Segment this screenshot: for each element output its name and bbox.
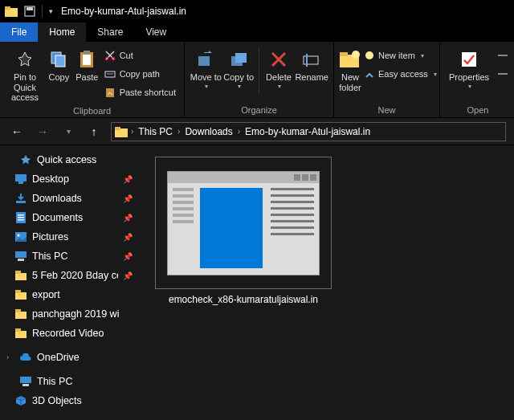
file-name: emocheck_x86-kumaratuljaiswal.in	[169, 294, 318, 305]
sidebar-item-folder[interactable]: 5 Feb 2020 Bday cel📌	[0, 266, 141, 285]
new-item-button[interactable]: New item▾	[361, 47, 440, 64]
expand-icon: ›	[6, 353, 14, 361]
group-label-organize: Organize	[185, 104, 333, 117]
sidebar-thispc[interactable]: This PC	[0, 372, 141, 391]
sidebar-item-downloads[interactable]: Downloads📌	[0, 189, 141, 208]
pin-label: Pin to Quick access	[2, 72, 47, 103]
sidebar-item-desktop[interactable]: Desktop📌	[0, 169, 141, 189]
folder-icon	[14, 288, 27, 301]
recent-dropdown[interactable]: ▾	[59, 123, 77, 141]
svg-rect-24	[115, 127, 120, 130]
group-clipboard: Pin to Quick access Copy Paste Cut	[0, 42, 185, 117]
chevron-right-icon[interactable]: ›	[176, 127, 182, 136]
sidebar-item-folder[interactable]: panchgagh 2019 wi	[0, 304, 141, 324]
ribbon: Pin to Quick access Copy Paste Cut	[0, 42, 514, 118]
chevron-right-icon[interactable]: ›	[236, 127, 242, 136]
svg-rect-22	[462, 52, 476, 67]
tab-home[interactable]: Home	[38, 22, 86, 42]
tab-view[interactable]: View	[134, 22, 177, 42]
copy-path-button[interactable]: Copy path	[101, 65, 179, 83]
sidebar-item-pictures[interactable]: Pictures📌	[0, 227, 141, 247]
crumb-downloads[interactable]: Downloads	[182, 126, 235, 137]
crumb-leaf[interactable]: Emo-by-kumar-Atul-jaiswal.in	[242, 126, 373, 137]
chevron-right-icon[interactable]: ›	[129, 127, 135, 136]
dash-icon	[498, 73, 508, 75]
paste-shortcut-label: Paste shortcut	[120, 88, 176, 97]
sidebar-item-documents[interactable]: Documents📌	[0, 208, 141, 227]
new-folder-button[interactable]: New folder	[339, 45, 361, 94]
svg-rect-30	[18, 217, 24, 218]
pin-icon: 📌	[123, 271, 133, 280]
svg-rect-35	[18, 259, 24, 261]
cut-button[interactable]: Cut	[101, 47, 179, 64]
main-area: Quick access Desktop📌 Downloads📌 Documen…	[0, 145, 514, 420]
copy-icon	[47, 48, 70, 71]
new-folder-icon	[339, 48, 361, 71]
documents-icon	[14, 211, 27, 224]
rename-button[interactable]: Rename	[295, 45, 328, 84]
svg-rect-27	[16, 201, 26, 203]
pictures-icon	[14, 230, 27, 243]
pin-icon: 📌	[123, 252, 133, 261]
svg-rect-15	[235, 53, 247, 63]
svg-rect-17	[306, 54, 308, 67]
sidebar-onedrive[interactable]: › OneDrive	[0, 348, 141, 367]
open-extra-2[interactable]	[495, 65, 511, 83]
properties-icon	[458, 48, 480, 71]
ribbon-tabs: File Home Share View	[0, 22, 514, 42]
svg-point-20	[352, 51, 360, 59]
pin-to-quick-access-button[interactable]: Pin to Quick access	[5, 45, 45, 104]
svg-rect-31	[18, 219, 24, 221]
folder-icon	[115, 126, 128, 137]
qat-customize-icon[interactable]: ▾	[49, 7, 53, 15]
pc-icon	[14, 250, 27, 263]
separator	[42, 5, 43, 18]
folder-icon	[5, 6, 18, 17]
paste-shortcut-button[interactable]: Paste shortcut	[101, 84, 179, 101]
svg-rect-25	[15, 174, 27, 181]
copy-button[interactable]: Copy	[45, 45, 73, 84]
svg-rect-19	[340, 52, 348, 56]
up-button[interactable]: ↑	[85, 123, 103, 141]
save-qat-icon[interactable]	[24, 6, 35, 17]
easy-access-button[interactable]: Easy access▾	[361, 65, 440, 83]
tab-file[interactable]: File	[0, 22, 38, 42]
properties-button[interactable]: Properties▾	[445, 45, 493, 92]
svg-rect-29	[18, 214, 24, 216]
svg-rect-39	[15, 290, 21, 293]
svg-rect-13	[198, 56, 210, 66]
copy-path-label: Copy path	[120, 69, 160, 79]
rename-icon	[300, 48, 323, 71]
svg-rect-38	[15, 292, 27, 300]
svg-rect-44	[20, 377, 31, 383]
paste-button[interactable]: Paste	[73, 45, 101, 84]
cube-icon	[14, 394, 27, 407]
group-organize: Move to▾ Copy to▾ Delete▾ Rename Organiz…	[185, 42, 334, 117]
svg-rect-16	[304, 56, 318, 64]
open-extra-1[interactable]	[495, 47, 511, 64]
sidebar-item-thispc[interactable]: This PC📌	[0, 247, 141, 266]
address-bar[interactable]: › This PC › Downloads › Emo-by-kumar-Atu…	[111, 122, 506, 141]
file-item[interactable]: emocheck_x86-kumaratuljaiswal.in	[155, 157, 332, 305]
svg-rect-37	[15, 271, 21, 274]
paste-label: Paste	[75, 72, 98, 83]
sidebar-item-3dobjects[interactable]: 3D Objects	[0, 391, 141, 410]
paste-icon	[75, 48, 98, 71]
nav-pane: Quick access Desktop📌 Downloads📌 Documen…	[0, 145, 141, 420]
copy-label: Copy	[49, 72, 70, 83]
downloads-icon	[14, 192, 27, 205]
delete-button[interactable]: Delete▾	[263, 45, 296, 92]
crumb-thispc[interactable]: This PC	[135, 126, 176, 137]
cut-icon	[104, 50, 116, 61]
back-button[interactable]: ←	[8, 123, 26, 141]
sidebar-quick-access[interactable]: Quick access	[0, 150, 141, 169]
forward-button[interactable]: →	[34, 123, 51, 141]
pin-icon: 📌	[123, 214, 133, 222]
tab-share[interactable]: Share	[86, 22, 134, 42]
move-to-button[interactable]: Move to▾	[190, 45, 222, 92]
sidebar-item-folder[interactable]: export	[0, 285, 141, 304]
sidebar-item-folder[interactable]: Recorded Video	[0, 324, 141, 343]
file-list[interactable]: emocheck_x86-kumaratuljaiswal.in	[141, 145, 514, 420]
copy-to-button[interactable]: Copy to▾	[222, 45, 255, 92]
cut-label: Cut	[120, 51, 133, 60]
